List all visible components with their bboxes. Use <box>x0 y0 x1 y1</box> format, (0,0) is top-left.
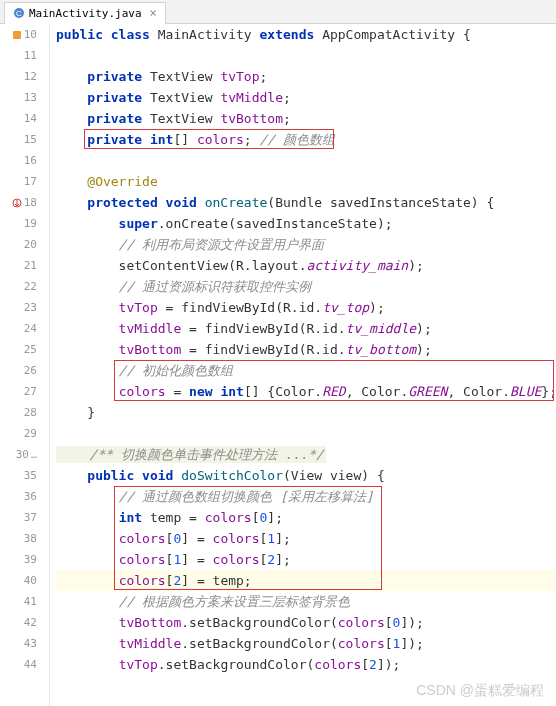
svg-text:C: C <box>16 9 22 18</box>
java-class-icon: C <box>13 7 25 19</box>
gutter: 10 11 12 13 14 15 16 17 18 19 20 21 22 2… <box>0 24 50 706</box>
close-icon[interactable]: × <box>150 6 157 20</box>
code-editor[interactable]: 10 11 12 13 14 15 16 17 18 19 20 21 22 2… <box>0 24 556 706</box>
svg-rect-2 <box>13 31 21 39</box>
code-content[interactable]: public class MainActivity extends AppCom… <box>50 24 556 706</box>
tab-label: MainActivity.java <box>29 7 142 20</box>
override-icon[interactable] <box>12 198 22 208</box>
tab-mainactivity[interactable]: C MainActivity.java × <box>4 2 166 24</box>
edit-icon <box>12 30 22 40</box>
tab-bar: C MainActivity.java × <box>0 0 556 24</box>
